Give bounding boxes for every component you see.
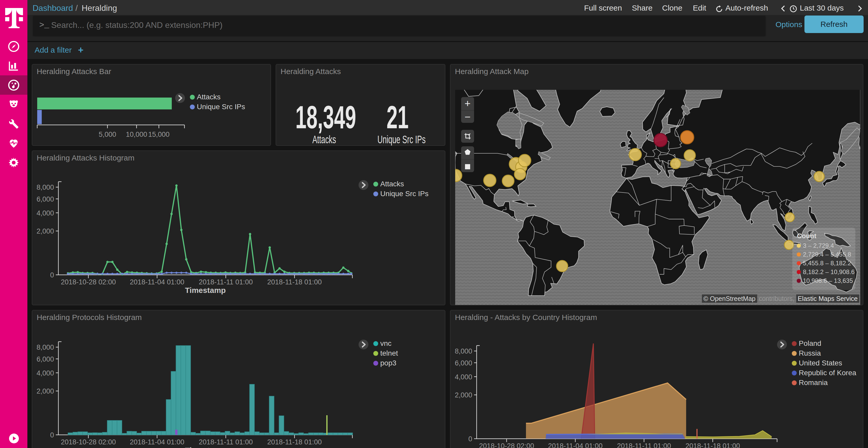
- svg-text:2,000: 2,000: [36, 387, 54, 395]
- svg-text:8,000: 8,000: [36, 343, 54, 351]
- svg-text:4,000: 4,000: [36, 209, 54, 217]
- svg-text:2018-11-04 01:00: 2018-11-04 01:00: [548, 442, 602, 448]
- svg-text:5,000: 5,000: [99, 131, 116, 138]
- svg-text:8,000: 8,000: [36, 183, 54, 191]
- svg-text:2018-11-18 01:00: 2018-11-18 01:00: [267, 278, 322, 286]
- svg-text:2018-11-18 01:00: 2018-11-18 01:00: [267, 438, 322, 446]
- svg-text:6,000: 6,000: [36, 355, 54, 363]
- svg-text:2,000: 2,000: [455, 391, 472, 399]
- svg-text:8,000: 8,000: [455, 347, 472, 355]
- svg-text:2018-11-18 01:00: 2018-11-18 01:00: [685, 442, 740, 448]
- svg-text:0: 0: [50, 431, 54, 439]
- svg-text:2018-11-11 01:00: 2018-11-11 01:00: [199, 278, 253, 286]
- svg-text:0: 0: [50, 271, 54, 279]
- svg-text:4,000: 4,000: [36, 369, 54, 377]
- svg-text:6,000: 6,000: [36, 195, 54, 203]
- svg-text:2018-11-11 01:00: 2018-11-11 01:00: [199, 438, 253, 446]
- svg-text:4,000: 4,000: [455, 373, 472, 381]
- svg-text:2,000: 2,000: [36, 227, 54, 235]
- svg-text:10,000: 10,000: [126, 131, 147, 138]
- svg-text:6,000: 6,000: [455, 359, 472, 367]
- svg-text:2018-10-28 02:00: 2018-10-28 02:00: [61, 278, 116, 286]
- svg-text:2018-11-11 01:00: 2018-11-11 01:00: [617, 442, 671, 448]
- svg-text:2018-10-28 02:00: 2018-10-28 02:00: [61, 438, 116, 446]
- svg-text:Timestamp: Timestamp: [185, 286, 226, 295]
- svg-text:2018-11-04 01:00: 2018-11-04 01:00: [130, 438, 184, 446]
- svg-text:2018-10-28 02:00: 2018-10-28 02:00: [479, 442, 534, 448]
- svg-text:Timestamp: Timestamp: [185, 446, 226, 448]
- svg-text:0: 0: [468, 435, 472, 443]
- svg-text:2018-11-04 01:00: 2018-11-04 01:00: [130, 278, 184, 286]
- svg-text:15,000: 15,000: [148, 131, 170, 138]
